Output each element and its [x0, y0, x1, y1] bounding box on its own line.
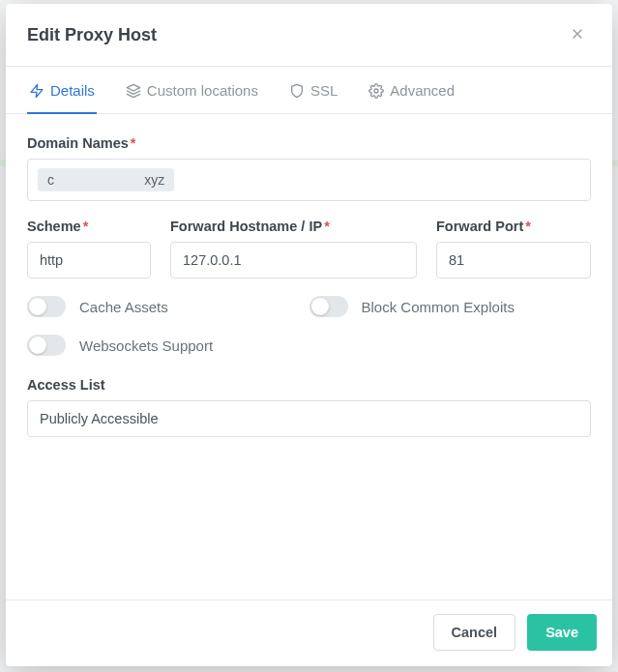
tab-label: Advanced: [390, 82, 455, 99]
toggle-cache-assets[interactable]: Cache Assets: [27, 296, 309, 317]
close-icon: [570, 24, 585, 46]
forward-hostname-input[interactable]: [170, 242, 417, 278]
close-button[interactable]: [564, 21, 591, 48]
edit-proxy-host-modal: Edit Proxy Host Details Custom locations…: [6, 4, 612, 666]
tabs: Details Custom locations SSL Advanced: [6, 66, 612, 114]
domain-names-input[interactable]: c xyz: [27, 159, 591, 201]
shield-icon: [289, 83, 305, 99]
field-access-list: Access List: [27, 377, 591, 437]
switch-track: [27, 335, 66, 356]
modal-header: Edit Proxy Host: [6, 4, 612, 66]
modal-body: Domain Names* c xyz Scheme* Forward Host…: [6, 114, 612, 599]
required-indicator: *: [525, 219, 531, 234]
layers-icon: [126, 83, 141, 99]
tab-advanced[interactable]: Advanced: [367, 67, 456, 114]
tab-ssl[interactable]: SSL: [287, 67, 339, 114]
svg-point-2: [374, 89, 378, 93]
forward-hostname-label: Forward Hostname / IP*: [170, 219, 417, 234]
field-domain-names: Domain Names* c xyz: [27, 135, 591, 201]
svg-marker-0: [31, 84, 43, 97]
toggle-block-exploits[interactable]: Block Common Exploits: [309, 296, 592, 317]
field-forward-port: Forward Port*: [436, 219, 591, 278]
svg-marker-1: [127, 84, 139, 91]
scheme-label: Scheme*: [27, 219, 151, 234]
switch-track: [309, 296, 348, 317]
gear-icon: [368, 83, 384, 99]
tab-custom-locations[interactable]: Custom locations: [124, 67, 260, 114]
required-indicator: *: [324, 219, 330, 234]
access-list-select[interactable]: [27, 400, 591, 437]
toggle-label: Block Common Exploits: [362, 299, 515, 315]
tab-label: Custom locations: [147, 82, 258, 99]
toggle-label: Cache Assets: [79, 299, 168, 315]
tab-label: Details: [50, 82, 95, 99]
forward-port-input[interactable]: [436, 242, 591, 278]
required-indicator: *: [83, 219, 89, 234]
zap-icon: [29, 83, 44, 99]
toggle-label: Websockets Support: [79, 337, 213, 354]
switch-track: [27, 296, 66, 317]
required-indicator: *: [131, 135, 136, 151]
tab-details[interactable]: Details: [27, 67, 97, 114]
forward-port-label: Forward Port*: [436, 219, 591, 234]
modal-footer: Cancel Save: [6, 599, 612, 666]
cancel-button[interactable]: Cancel: [433, 614, 516, 651]
domain-names-label: Domain Names*: [27, 135, 591, 151]
save-button[interactable]: Save: [527, 614, 597, 651]
field-scheme: Scheme*: [27, 219, 151, 278]
toggle-websockets[interactable]: Websockets Support: [27, 335, 309, 356]
modal-title: Edit Proxy Host: [27, 25, 157, 45]
tab-label: SSL: [310, 82, 338, 99]
field-forward-hostname: Forward Hostname / IP*: [170, 219, 417, 278]
domain-chip[interactable]: c xyz: [38, 168, 174, 191]
scheme-select[interactable]: [27, 242, 151, 278]
access-list-label: Access List: [27, 377, 591, 393]
